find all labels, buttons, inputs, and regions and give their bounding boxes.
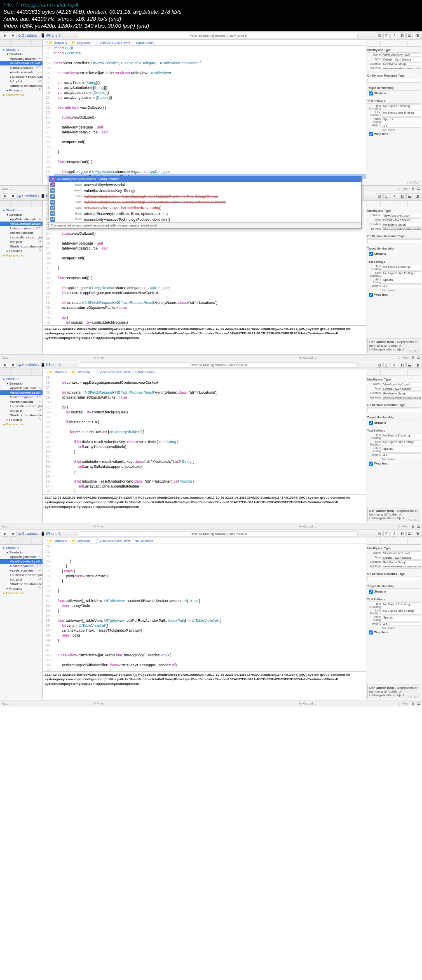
- completion-item[interactable]: M Set? accessibilityAssistiveTechnologyF…: [49, 217, 361, 222]
- nav-file[interactable]: LaunchScreen.storyboard: [0, 235, 42, 240]
- completion-item[interactable]: M Void validateValue(ioValue: Autoreleas…: [49, 199, 361, 205]
- target-checkbox[interactable]: [369, 421, 373, 425]
- nav-file[interactable]: Info.plistM: [0, 240, 42, 244]
- stop-button[interactable]: ■: [10, 362, 16, 368]
- completion-item[interactable]: M Void validateValue(ioValue: Autoreleas…: [49, 194, 361, 199]
- nav-file[interactable]: Main.storyboardM: [0, 226, 42, 231]
- inspector[interactable]: Identity and Type NameViewController1.sw…: [366, 538, 422, 700]
- target-checkbox[interactable]: [369, 91, 373, 96]
- variables-scope[interactable]: Auto ⌄: [2, 187, 12, 191]
- trash-icon[interactable]: 🗑: [411, 356, 415, 359]
- code-editor[interactable]: 10 11 12 13 14 15 16 17 18 19 20 21 22 2…: [43, 46, 366, 185]
- nav-products[interactable]: ▸ Products: [0, 249, 42, 253]
- editor-mode-assistant[interactable]: ◫: [383, 193, 390, 199]
- nav-file[interactable]: Assets.xcassets—: [0, 399, 42, 404]
- inspector[interactable]: Identity and Type NameViewController1.sw…: [366, 40, 422, 185]
- jump-bar[interactable]: ⟨ ⟩ 📁 Stradario 📁 Stradario 📄 ViewContro…: [43, 40, 366, 46]
- nav-folder[interactable]: ▾ Stradario: [0, 550, 42, 555]
- nav-file[interactable]: AppDelegate.swiftA: [0, 386, 42, 390]
- code-editor[interactable]: 35 36 37 38 39 40 41 42 43 44 45 46 47 4…: [43, 375, 366, 494]
- wrap-checkbox[interactable]: [369, 462, 373, 466]
- console-scope[interactable]: All Output ⌄: [299, 525, 317, 528]
- hide-debug-icon[interactable]: ⬓: [417, 187, 420, 191]
- jump-bar[interactable]: ⟨ ⟩ 📁 Stradario 📁 Stradario 📄 ViewContro…: [43, 369, 366, 375]
- run-button[interactable]: ▶: [2, 33, 8, 38]
- toggle-navigator[interactable]: ◧: [399, 362, 406, 368]
- nav-folder[interactable]: ▾ Stradario: [0, 212, 42, 217]
- toggle-navigator[interactable]: ◧: [399, 531, 406, 537]
- editor-mode-standard[interactable]: ▤: [376, 193, 382, 199]
- nav-file[interactable]: ViewController1.swiftA: [0, 390, 42, 395]
- inspector[interactable]: Identity and Type NameViewController1.sw…: [366, 201, 422, 354]
- nav-folder[interactable]: ▾ Stradario: [0, 52, 42, 56]
- nav-file[interactable]: ViewController1.swiftA: [0, 559, 42, 564]
- nav-file[interactable]: LaunchScreen.storyboard: [0, 404, 42, 408]
- debug-console[interactable]: 2017-10-26 22:38:59.309403+0200 Stradari…: [43, 671, 366, 700]
- toggle-inspector[interactable]: ◨: [414, 531, 420, 537]
- nav-file[interactable]: Main.storyboardM: [0, 395, 42, 399]
- completion-item[interactable]: V NSManagedObjectContext viewContext: [49, 176, 361, 182]
- toggle-navigator[interactable]: ◧: [399, 193, 406, 199]
- nav-file[interactable]: AppDelegate.swiftA: [0, 56, 42, 61]
- trash-icon[interactable]: 🗑: [411, 187, 415, 191]
- editor-mode-version[interactable]: ↺: [391, 531, 397, 537]
- nav-project[interactable]: ▸ Stradario: [0, 47, 42, 52]
- completion-item[interactable]: V Bool accessibilityViewIsModal: [49, 182, 361, 188]
- target-checkbox[interactable]: [369, 590, 373, 594]
- console-scope[interactable]: All Output ⌄: [299, 356, 317, 359]
- debug-console[interactable]: 2017-10-26 22:38:59.309403+0200 Stradari…: [43, 325, 366, 354]
- navigator[interactable]: ▸ Stradario▾ StradarioAppDelegate.swiftA…: [0, 538, 43, 700]
- stop-button[interactable]: ■: [10, 33, 16, 38]
- code-completion-popup[interactable]: V NSManagedObjectContext viewContext V B…: [49, 176, 362, 229]
- wrap-checkbox[interactable]: [369, 132, 373, 136]
- nav-project[interactable]: ▸ Stradario: [0, 546, 42, 550]
- nav-file[interactable]: AppDelegate.swiftA: [0, 217, 42, 222]
- scheme-selector[interactable]: ⬙ Stradario › 📱 iPhone 8: [18, 363, 61, 367]
- variables-scope[interactable]: Auto ⌄: [2, 702, 12, 705]
- nav-file[interactable]: ViewController1.swiftA: [0, 222, 42, 226]
- editor-mode-standard[interactable]: ▤: [376, 362, 382, 368]
- toggle-inspector[interactable]: ◨: [414, 33, 420, 38]
- wrap-checkbox[interactable]: [369, 293, 373, 297]
- completion-item[interactable]: M Bool attemptRecovery(fromError: Error,…: [49, 211, 361, 217]
- nav-products[interactable]: ▸ Products: [0, 88, 42, 93]
- editor-mode-version[interactable]: ↺: [391, 362, 397, 368]
- editor-mode-version[interactable]: ↺: [391, 193, 397, 199]
- nav-frameworks[interactable]: ▸ Frameworks: [0, 93, 42, 97]
- debug-console[interactable]: 2017-10-26 22:38:59.309403+0200 Stradari…: [43, 494, 366, 523]
- variables-scope[interactable]: Auto ⌄: [2, 525, 12, 528]
- scheme-selector[interactable]: ⬙ Stradario › 📱 iPhone 8: [18, 532, 61, 536]
- hide-debug-icon[interactable]: ⬓: [417, 525, 420, 528]
- nav-file[interactable]: Assets.xcassets—: [0, 231, 42, 235]
- nav-file[interactable]: LaunchScreen.storyboard: [0, 573, 42, 577]
- nav-products[interactable]: ▸ Products: [0, 586, 42, 591]
- navigator[interactable]: ▸ Stradario▾ StradarioAppDelegate.swiftA…: [0, 369, 43, 523]
- run-button[interactable]: ▶: [2, 193, 8, 199]
- inspector[interactable]: Identity and Type NameViewController1.sw…: [366, 369, 422, 523]
- toggle-debug[interactable]: ⬓: [406, 362, 413, 368]
- hide-debug-icon[interactable]: ⬓: [417, 356, 420, 359]
- trash-icon[interactable]: 🗑: [411, 702, 415, 705]
- nav-file[interactable]: LaunchScreen.storyboard: [0, 75, 42, 79]
- nav-file[interactable]: Info.plistM: [0, 79, 42, 84]
- nav-file[interactable]: Stradario.xcdatamodeldA: [0, 413, 42, 418]
- nav-file[interactable]: ViewController1.swiftA: [0, 61, 42, 65]
- nav-file[interactable]: Info.plistM: [0, 577, 42, 582]
- nav-file[interactable]: Info.plistM: [0, 408, 42, 413]
- nav-file[interactable]: Stradario.xcdatamodeldA: [0, 244, 42, 249]
- target-checkbox[interactable]: [369, 252, 373, 256]
- jump-bar[interactable]: ⟨ ⟩ 📁 Stradario 📁 Stradario 📄 ViewContro…: [43, 538, 366, 544]
- code-lines[interactable]: import UIKit import CoreData class ViewC…: [52, 46, 366, 185]
- nav-project[interactable]: ▸ Stradario: [0, 208, 42, 212]
- editor-mode-assistant[interactable]: ◫: [383, 33, 390, 38]
- nav-file[interactable]: Assets.xcassets—: [0, 70, 42, 75]
- wrap-checkbox[interactable]: [369, 630, 373, 635]
- completion-item[interactable]: M Any? value(forUndefinedKey: String): [49, 188, 361, 194]
- completion-item[interactable]: M Void setValue(value: Any?, forUndefine…: [49, 205, 361, 211]
- console-scope[interactable]: All Output ⌄: [299, 702, 317, 705]
- editor-mode-assistant[interactable]: ◫: [383, 531, 390, 537]
- nav-frameworks[interactable]: ▸ Frameworks: [0, 253, 42, 258]
- editor-mode-standard[interactable]: ▤: [376, 33, 382, 38]
- code-lines[interactable]: } } } catch { print(class="str">"errore"…: [52, 544, 366, 671]
- code-lines[interactable]: let context = appDelegate.persistentCont…: [52, 375, 366, 494]
